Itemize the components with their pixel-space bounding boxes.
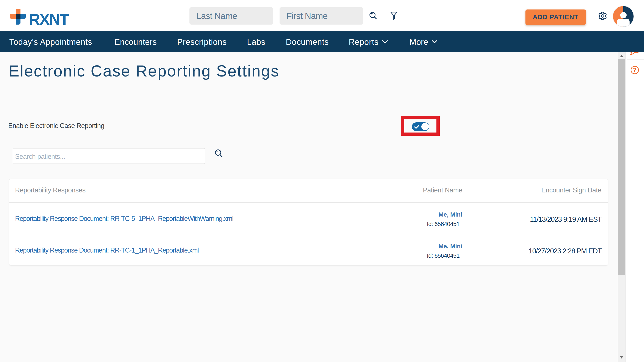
svg-text:?: ? — [633, 67, 637, 73]
